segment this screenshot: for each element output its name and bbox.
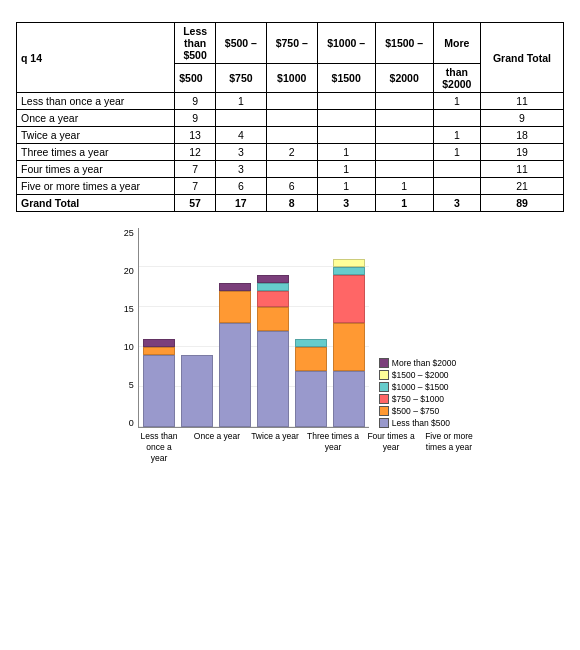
legend-color-box: [379, 418, 389, 428]
bar-segment: [295, 347, 327, 371]
bar-group: [181, 355, 213, 427]
bar-segment: [295, 339, 327, 347]
bar-segment: [257, 331, 289, 427]
legend-label: $1500 – $2000: [392, 370, 449, 380]
bar-group: [143, 339, 175, 427]
bar-segment: [295, 371, 327, 427]
y-label-0: 0: [129, 418, 134, 428]
y-label-25: 25: [124, 228, 134, 238]
legend-item: $750 – $1000: [379, 394, 456, 404]
bar-segment: [143, 339, 175, 347]
legend-color-box: [379, 394, 389, 404]
legend-label: $1000 – $1500: [392, 382, 449, 392]
pivot-table: q 14Lessthan$500$500 –$750 –$1000 –$1500…: [16, 22, 564, 212]
bar-segment: [181, 355, 213, 427]
y-label-20: 20: [124, 266, 134, 276]
legend-color-box: [379, 370, 389, 380]
x-axis-label: Three times ayear: [307, 431, 359, 464]
legend-label: More than $2000: [392, 358, 456, 368]
y-label-10: 10: [124, 342, 134, 352]
bar-segment: [257, 275, 289, 283]
bar-segment: [333, 267, 365, 275]
legend-color-box: [379, 406, 389, 416]
legend-color-box: [379, 382, 389, 392]
y-label-15: 15: [124, 304, 134, 314]
x-axis-label: Less than once ayear: [133, 431, 185, 464]
bar-segment: [333, 275, 365, 323]
legend-item: $1000 – $1500: [379, 382, 456, 392]
bar-group: [219, 283, 251, 427]
x-axis-label: Four times ayear: [365, 431, 417, 464]
bar-segment: [257, 283, 289, 291]
x-axis-label: Once a year: [191, 431, 243, 464]
chart-legend: More than $2000$1500 – $2000$1000 – $150…: [379, 358, 456, 428]
bar-group: [333, 259, 365, 427]
legend-item: More than $2000: [379, 358, 456, 368]
x-axis-label: Five or moretimes a year: [423, 431, 475, 464]
bar-segment: [257, 291, 289, 307]
x-axis-label: Twice a year: [249, 431, 301, 464]
legend-item: Less than $500: [379, 418, 456, 428]
y-label-5: 5: [129, 380, 134, 390]
bar-segment: [143, 355, 175, 427]
bar-segment: [333, 259, 365, 267]
bar-group: [295, 339, 327, 427]
bar-segment: [219, 323, 251, 427]
legend-color-box: [379, 358, 389, 368]
bar-segment: [257, 307, 289, 331]
legend-label: Less than $500: [392, 418, 450, 428]
legend-label: $500 – $750: [392, 406, 439, 416]
bar-segment: [219, 283, 251, 291]
legend-item: $1500 – $2000: [379, 370, 456, 380]
bar-segment: [219, 291, 251, 323]
bar-group: [257, 275, 289, 427]
legend-label: $750 – $1000: [392, 394, 444, 404]
bar-segment: [333, 323, 365, 371]
bar-segment: [333, 371, 365, 427]
bar-segment: [143, 347, 175, 355]
legend-item: $500 – $750: [379, 406, 456, 416]
